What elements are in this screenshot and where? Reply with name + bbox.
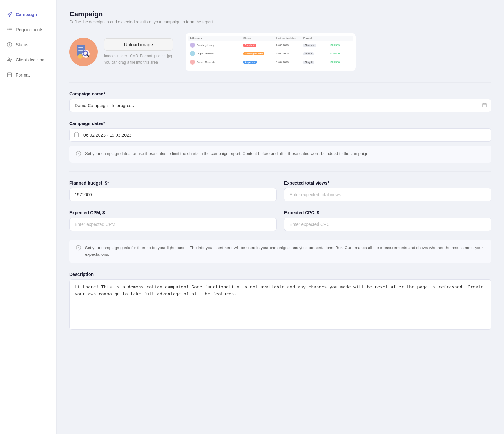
- expected-cpm-input[interactable]: [69, 218, 277, 231]
- sidebar-label-client-decision: Client decision: [16, 57, 44, 62]
- description-label: Description: [69, 272, 491, 277]
- campaign-name-field-wrapper: [69, 99, 491, 112]
- svg-rect-25: [74, 133, 79, 137]
- upload-info: Upload image Images under 10MB. Format .…: [104, 38, 173, 65]
- expected-cpc-label: Expected CPC, $: [284, 210, 491, 215]
- campaign-dates-section: Campaign dates* Set your campaign dates …: [69, 121, 491, 163]
- planned-budget-input[interactable]: [69, 188, 277, 201]
- campaign-name-input[interactable]: [69, 99, 491, 112]
- zap-icon: [6, 42, 13, 48]
- section-divider-2: [69, 171, 491, 172]
- budget-views-section: Planned budget, $* Expected total views*: [69, 180, 491, 201]
- sidebar: Campaign Requirements Status Client deci…: [0, 0, 57, 434]
- layout-icon: [6, 72, 13, 78]
- expected-cpm-label: Expected CPM, $: [69, 210, 277, 215]
- planned-budget-label: Planned budget, $*: [69, 180, 277, 186]
- svg-rect-10: [7, 73, 12, 77]
- sidebar-label-campaign: Campaign: [16, 12, 37, 17]
- upload-preview-section: Upload image Images under 10MB. Format .…: [69, 33, 491, 71]
- campaign-preview: 🎵 📊 📣 📱 💜 Influencer Status Last contact…: [186, 33, 356, 71]
- table-row: Ronald Richards Approved 19.04.2023 Stor…: [188, 58, 353, 66]
- sidebar-item-format[interactable]: Format: [0, 68, 56, 82]
- table-row: Ralph Edwards Pending for offer 02.08.20…: [188, 49, 353, 58]
- campaign-name-label: Campaign name*: [69, 91, 491, 96]
- sidebar-label-requirements: Requirements: [16, 27, 43, 32]
- info-icon: [76, 151, 81, 157]
- date-range-icon: [74, 132, 79, 139]
- cpm-cpc-section: Expected CPM, $ Expected CPC, $: [69, 210, 491, 231]
- avatar-illustration: [74, 43, 93, 61]
- svg-rect-21: [483, 103, 486, 107]
- calendar-icon: [482, 103, 487, 109]
- sidebar-label-status: Status: [16, 42, 28, 47]
- table-row: Courtney Henry Shorts ✕ 20.03.2023 Short…: [188, 41, 353, 49]
- sidebar-label-format: Format: [16, 72, 30, 77]
- section-divider-1: [69, 82, 491, 83]
- goals-info-text: Set your campaign goals for them to be y…: [85, 245, 485, 258]
- sidebar-item-status[interactable]: Status: [0, 38, 56, 52]
- goals-info-box: Set your campaign goals for them to be y…: [69, 240, 491, 263]
- svg-point-9: [8, 58, 10, 60]
- planned-budget-field: Planned budget, $*: [69, 180, 277, 201]
- description-textarea[interactable]: [69, 279, 491, 330]
- sidebar-item-campaign[interactable]: Campaign: [0, 8, 56, 21]
- dates-info-box: Set your campaign dates for use those da…: [69, 146, 491, 163]
- sidebar-item-client-decision[interactable]: Client decision: [0, 53, 56, 67]
- campaign-dates-field-wrapper: [69, 128, 491, 142]
- expected-views-label: Expected total views*: [284, 180, 491, 186]
- description-section: Description: [69, 272, 491, 331]
- megaphone-icon: [6, 11, 13, 18]
- expected-views-input[interactable]: [284, 188, 491, 201]
- upload-image-button[interactable]: Upload image: [104, 38, 173, 51]
- campaign-name-section: Campaign name*: [69, 91, 491, 112]
- page-subtitle: Define the description and expected resu…: [69, 20, 491, 24]
- preview-table: Influencer Status Last contact day ↑ For…: [186, 33, 356, 71]
- campaign-dates-label: Campaign dates*: [69, 121, 491, 126]
- expected-cpc-field: Expected CPC, $: [284, 210, 491, 231]
- expected-views-field: Expected total views*: [284, 180, 491, 201]
- svg-point-20: [78, 54, 83, 59]
- list-icon: [6, 26, 13, 33]
- svg-rect-15: [78, 49, 82, 49]
- campaign-dates-input[interactable]: [69, 128, 491, 142]
- goals-info-icon: [76, 245, 81, 252]
- page-title: Campaign: [69, 10, 491, 18]
- upload-area: Upload image Images under 10MB. Format .…: [69, 38, 173, 66]
- preview-table-header: Influencer Status Last contact day ↑ For…: [188, 36, 353, 41]
- campaign-avatar: [69, 38, 98, 66]
- dates-info-text: Set your campaign dates for use those da…: [85, 151, 369, 157]
- svg-rect-16: [78, 50, 83, 51]
- main-content: Campaign Define the description and expe…: [57, 0, 504, 434]
- expected-cpm-field: Expected CPM, $: [69, 210, 277, 231]
- expected-cpc-input[interactable]: [284, 218, 491, 231]
- user-check-icon: [6, 57, 13, 63]
- svg-rect-14: [78, 47, 83, 48]
- upload-hint: Images under 10MB. Format .png or .jpg. …: [104, 53, 173, 65]
- sidebar-item-requirements[interactable]: Requirements: [0, 23, 56, 37]
